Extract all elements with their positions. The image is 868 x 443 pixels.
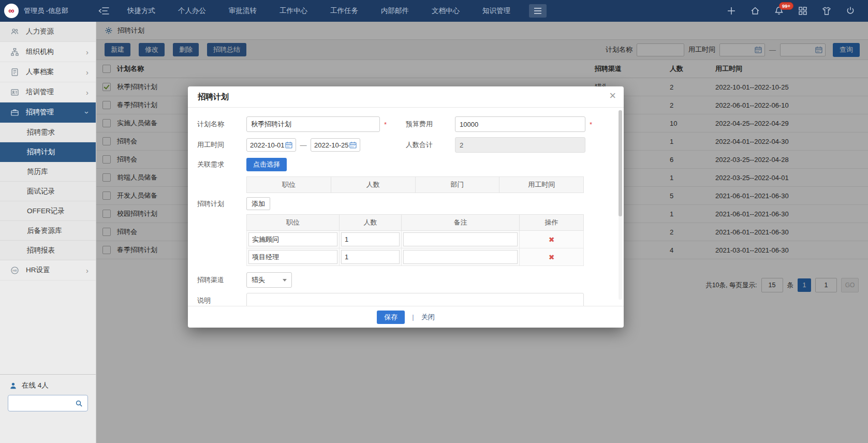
date-range-separator: —: [296, 141, 311, 149]
related-col-header: 人数: [331, 177, 415, 193]
plan-count-input[interactable]: 1: [341, 250, 400, 264]
topbar-menu-item-2[interactable]: 个人办公: [178, 6, 206, 16]
brand-logo-icon[interactable]: ∞: [4, 4, 19, 18]
close-icon[interactable]: ×: [609, 90, 616, 101]
sidebar-subitem-OFFER记录[interactable]: OFFER记录: [0, 201, 96, 221]
plan-table: 职位人数备注操作 实施顾问1✖项目经理1✖: [246, 214, 584, 266]
plan-position-cell: 项目经理: [247, 248, 340, 266]
work-time-to[interactable]: 2022-10-25: [311, 138, 360, 152]
people-icon: [10, 27, 19, 36]
modal-scrollbar-thumb[interactable]: [619, 110, 622, 216]
plan-op-cell: ✖: [520, 248, 584, 266]
sidebar-footer: 在线 4人: [0, 374, 96, 411]
recruitment-plan-modal: 招聘计划 × 计划名称 * 预算费用 * 用工时间 2022-10-01: [188, 86, 624, 328]
sidebar-subitem-后备资源库[interactable]: 后备资源库: [0, 221, 96, 241]
chevron-right-icon: ›: [86, 267, 89, 274]
current-user[interactable]: 管理员 -信息部: [24, 6, 68, 16]
notifications-bell-icon[interactable]: 99+: [774, 6, 784, 16]
delete-x-icon[interactable]: ✖: [549, 253, 555, 261]
calendar-icon[interactable]: [349, 141, 357, 149]
power-icon[interactable]: [845, 6, 856, 16]
note-textarea[interactable]: [246, 293, 584, 306]
plan-count-cell: 1: [340, 248, 402, 266]
briefcase-icon: [10, 108, 19, 117]
plan-name-input[interactable]: [246, 116, 380, 132]
sidebar-subitem-招聘报表[interactable]: 招聘报表: [0, 241, 96, 260]
sidebar-item-组织机构[interactable]: 组织机构›: [0, 42, 96, 62]
sidebar-item-HR设置[interactable]: HRHR设置›: [0, 260, 96, 280]
channel-selected-value: 猎头: [252, 275, 265, 285]
app-window: ∞ 管理员 -信息部 快捷方式个人办公审批流转工作中心工作任务内部邮件文档中心知…: [0, 0, 868, 443]
pick-related-button[interactable]: 点击选择: [246, 158, 287, 171]
sidebar-subitem-label: 面试记录: [27, 187, 55, 196]
training-card-icon: [10, 88, 19, 97]
plan-note-cell: [402, 231, 520, 248]
topbar-menu-item-4[interactable]: 工作中心: [279, 6, 307, 16]
plan-position-input[interactable]: 实施顾问: [248, 232, 337, 246]
home-icon[interactable]: [750, 6, 760, 16]
topbar-menu-item-1[interactable]: 快捷方式: [127, 6, 155, 16]
plan-col-header: 操作: [520, 215, 584, 231]
topbar-menu-item-3[interactable]: 审批流转: [229, 6, 257, 16]
collapse-menu-icon[interactable]: [98, 6, 110, 16]
sidebar-module-title[interactable]: 人力资源: [0, 22, 96, 42]
theme-shirt-icon[interactable]: [821, 6, 832, 16]
chevron-down-icon: [283, 279, 287, 282]
sidebar-item-label: 人事档案: [26, 67, 54, 77]
sidebar-item-人事档案[interactable]: 人事档案›: [0, 62, 96, 82]
related-col-header: 部门: [415, 177, 499, 193]
calendar-icon[interactable]: [285, 141, 292, 149]
more-menu-button[interactable]: [529, 4, 547, 18]
sidebar-subitem-label: 招聘需求: [27, 128, 55, 137]
note-label: 说明: [197, 296, 246, 305]
chevron-right-icon: ›: [86, 68, 89, 76]
sidebar-subitem-招聘需求[interactable]: 招聘需求: [0, 123, 96, 142]
sidebar-subitem-招聘计划[interactable]: 招聘计划: [0, 142, 96, 162]
svg-text:HR: HR: [12, 269, 17, 272]
work-time-from-value: 2022-10-01: [250, 141, 285, 149]
sidebar-item-label: 招聘管理: [26, 108, 54, 117]
channel-select[interactable]: 猎头: [246, 272, 292, 288]
apps-grid-icon[interactable]: [798, 6, 808, 16]
topbar-menu-item-6[interactable]: 内部邮件: [381, 6, 409, 16]
new-item-icon[interactable]: [726, 6, 737, 16]
sidebar-subitem-label: OFFER记录: [27, 206, 65, 216]
sidebar-item-label: HR设置: [26, 265, 50, 275]
topbar-menu-item-7[interactable]: 文档中心: [432, 6, 460, 16]
plan-note-input[interactable]: [403, 232, 518, 246]
sidebar-search-input[interactable]: [13, 399, 75, 408]
sidebar-item-培训管理[interactable]: 培训管理›: [0, 82, 96, 102]
sidebar-subitem-简历库[interactable]: 简历库: [0, 162, 96, 182]
topbar-menu-item-8[interactable]: 知识管理: [482, 6, 510, 16]
plan-count-input[interactable]: 1: [341, 232, 400, 246]
sidebar-item-招聘管理[interactable]: 招聘管理›: [0, 102, 96, 123]
footer-separator: |: [412, 313, 414, 321]
plan-count-cell: 1: [340, 231, 402, 248]
plan-position-cell: 实施顾问: [247, 231, 340, 248]
sidebar-module-label: 人力资源: [26, 27, 54, 36]
save-button[interactable]: 保存: [377, 311, 405, 324]
plan-position-input[interactable]: 项目经理: [248, 250, 337, 264]
topbar-menu-item-5[interactable]: 工作任务: [330, 6, 358, 16]
org-chart-icon: [10, 48, 19, 56]
sidebar-subitem-面试记录[interactable]: 面试记录: [0, 182, 96, 201]
hr-icon: HR: [10, 266, 19, 275]
required-asterisk: *: [384, 121, 389, 128]
topbar-menu: 快捷方式个人办公审批流转工作中心工作任务内部邮件文档中心知识管理: [127, 6, 510, 16]
chevron-right-icon: ›: [86, 48, 89, 56]
close-button[interactable]: 关闭: [421, 313, 435, 322]
sidebar-subitem-label: 招聘报表: [27, 246, 55, 255]
modal-scrollbar: [619, 110, 622, 300]
online-status-text: 在线 4人: [22, 381, 49, 390]
add-row-button[interactable]: 添加: [246, 197, 270, 210]
work-time-from[interactable]: 2022-10-01: [246, 138, 296, 152]
related-col-header: 用工时间: [499, 177, 584, 193]
budget-input[interactable]: [455, 116, 585, 132]
plan-note-input[interactable]: [403, 250, 518, 264]
delete-x-icon[interactable]: ✖: [549, 235, 555, 244]
related-demand-table: 职位人数部门用工时间: [246, 176, 584, 193]
search-icon[interactable]: [75, 400, 83, 407]
plan-col-header: 人数: [340, 215, 402, 231]
work-time-to-value: 2022-10-25: [314, 141, 349, 149]
sidebar: 人力资源 组织机构›人事档案›培训管理›招聘管理›招聘需求招聘计划简历库面试记录…: [0, 22, 96, 443]
